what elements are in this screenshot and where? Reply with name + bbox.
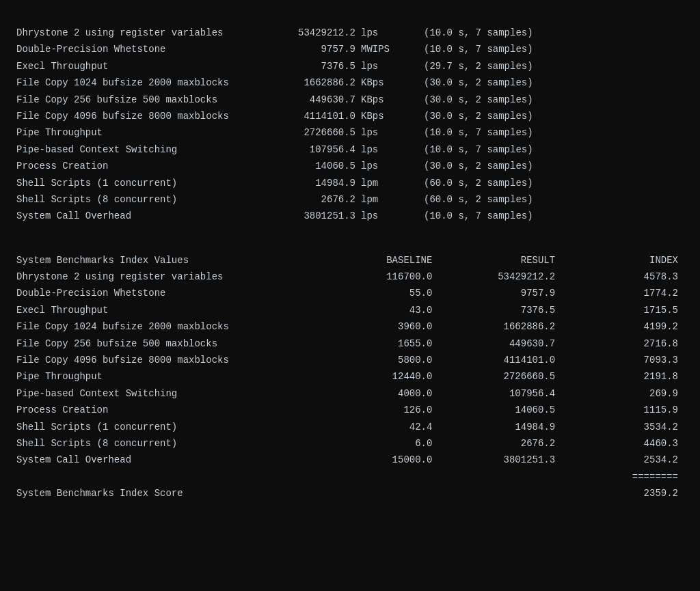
bench-unit: KBps	[358, 108, 413, 124]
bench-value: 9757.9	[249, 41, 358, 57]
section-spacer	[16, 238, 684, 252]
bench-label: File Copy 4096 bufsize 8000 maxblocks	[16, 108, 249, 124]
index-result: 7376.5	[438, 302, 561, 318]
bench-row: Process Creation 14060.5 lps (30.0 s, 2 …	[16, 158, 684, 174]
index-label: File Copy 1024 bufsize 2000 maxblocks	[16, 318, 315, 335]
index-index: 2716.8	[561, 335, 684, 352]
bench-unit: lps	[358, 141, 413, 158]
index-baseline: 43.0	[315, 302, 438, 318]
index-row: File Copy 4096 bufsize 8000 maxblocks 58…	[16, 352, 684, 368]
bench-label: Double-Precision Whetstone	[16, 41, 249, 57]
bench-row: Execl Throughput 7376.5 lps (29.7 s, 2 s…	[16, 58, 684, 74]
index-baseline: 42.4	[315, 419, 438, 435]
index-label: Shell Scripts (1 concurrent)	[16, 419, 315, 435]
index-baseline: 55.0	[315, 285, 438, 301]
bench-unit: lps	[358, 25, 413, 41]
index-row: Pipe Throughput 12440.0 2726660.5 2191.8	[16, 368, 684, 385]
index-row: Double-Precision Whetstone 55.0 9757.9 1…	[16, 285, 684, 301]
index-index: 2191.8	[561, 368, 684, 385]
bench-label: Execl Throughput	[16, 58, 249, 74]
score-row: System Benchmarks Index Score 2359.2	[16, 485, 684, 501]
bench-row: File Copy 1024 bufsize 2000 maxblocks 16…	[16, 74, 684, 91]
bench-row: Pipe Throughput 2726660.5 lps (10.0 s, 7…	[16, 124, 684, 141]
index-index: 4460.3	[561, 435, 684, 452]
index-header-index: INDEX	[561, 252, 684, 269]
index-index: 4578.3	[561, 269, 684, 285]
index-baseline: 4000.0	[315, 385, 438, 402]
index-row: File Copy 256 bufsize 500 maxblocks 1655…	[16, 335, 684, 352]
bench-value: 4114101.0	[249, 108, 358, 124]
divider-row: ========	[16, 469, 684, 485]
score-spacer	[315, 485, 438, 501]
bench-row: File Copy 4096 bufsize 8000 maxblocks 41…	[16, 108, 684, 124]
index-index: 3534.2	[561, 419, 684, 435]
score-value: 2359.2	[561, 485, 684, 501]
bench-value: 107956.4	[249, 141, 358, 158]
bench-label: Process Creation	[16, 158, 249, 174]
index-baseline: 1655.0	[315, 335, 438, 352]
index-result: 2726660.5	[438, 368, 561, 385]
index-header-row: System Benchmarks Index Values BASELINE …	[16, 252, 684, 269]
index-baseline: 6.0	[315, 435, 438, 452]
index-baseline: 12440.0	[315, 368, 438, 385]
bench-label: System Call Overhead	[16, 208, 249, 224]
main-content: Dhrystone 2 using register variables 534…	[16, 25, 684, 502]
index-baseline: 116700.0	[315, 269, 438, 285]
index-label: Process Creation	[16, 402, 315, 418]
bench-value: 2726660.5	[249, 124, 358, 141]
index-result: 1662886.2	[438, 318, 561, 335]
benchmark-results-table: Dhrystone 2 using register variables 534…	[16, 25, 684, 225]
bench-extra: (10.0 s, 7 samples)	[413, 25, 684, 41]
bench-label: Pipe-based Context Switching	[16, 141, 249, 158]
index-result: 449630.7	[438, 335, 561, 352]
index-result: 53429212.2	[438, 269, 561, 285]
index-row: Pipe-based Context Switching 4000.0 1079…	[16, 385, 684, 402]
index-row: System Call Overhead 15000.0 3801251.3 2…	[16, 452, 684, 468]
bench-label: Shell Scripts (8 concurrent)	[16, 191, 249, 208]
bench-extra: (10.0 s, 7 samples)	[413, 141, 684, 158]
index-index: 269.9	[561, 385, 684, 402]
index-label: Pipe Throughput	[16, 368, 315, 385]
index-result: 3801251.3	[438, 452, 561, 468]
divider-spacer3	[438, 469, 561, 485]
bench-unit: lps	[358, 124, 413, 141]
divider-spacer	[16, 469, 315, 485]
divider-marks: ========	[561, 469, 684, 485]
index-index: 1774.2	[561, 285, 684, 301]
bench-unit: lpm	[358, 175, 413, 191]
index-label: File Copy 256 bufsize 500 maxblocks	[16, 335, 315, 352]
index-index: 1115.9	[561, 402, 684, 418]
bench-unit: lpm	[358, 191, 413, 208]
bench-value: 53429212.2	[249, 25, 358, 41]
bench-unit: lps	[358, 208, 413, 224]
index-row: Dhrystone 2 using register variables 116…	[16, 269, 684, 285]
bench-value: 7376.5	[249, 58, 358, 74]
index-header-result: RESULT	[438, 252, 561, 269]
bench-value: 14984.9	[249, 175, 358, 191]
index-baseline: 3960.0	[315, 318, 438, 335]
bench-extra: (10.0 s, 7 samples)	[413, 124, 684, 141]
index-label: Dhrystone 2 using register variables	[16, 269, 315, 285]
score-spacer2	[438, 485, 561, 501]
index-result: 2676.2	[438, 435, 561, 452]
bench-value: 2676.2	[249, 191, 358, 208]
index-header-baseline: BASELINE	[315, 252, 438, 269]
index-label: System Call Overhead	[16, 452, 315, 468]
bench-row: System Call Overhead 3801251.3 lps (10.0…	[16, 208, 684, 224]
bench-extra: (29.7 s, 2 samples)	[413, 58, 684, 74]
index-label: Pipe-based Context Switching	[16, 385, 315, 402]
index-row: Shell Scripts (8 concurrent) 6.0 2676.2 …	[16, 435, 684, 452]
bench-unit: MWIPS	[358, 41, 413, 57]
bench-label: File Copy 1024 bufsize 2000 maxblocks	[16, 74, 249, 91]
bench-unit: lps	[358, 58, 413, 74]
bench-row: Dhrystone 2 using register variables 534…	[16, 25, 684, 41]
index-label: File Copy 4096 bufsize 8000 maxblocks	[16, 352, 315, 368]
score-label: System Benchmarks Index Score	[16, 485, 315, 501]
index-row: Execl Throughput 43.0 7376.5 1715.5	[16, 302, 684, 318]
bench-label: File Copy 256 bufsize 500 maxblocks	[16, 92, 249, 108]
bench-unit: KBps	[358, 92, 413, 108]
index-row: File Copy 1024 bufsize 2000 maxblocks 39…	[16, 318, 684, 335]
index-header-label: System Benchmarks Index Values	[16, 252, 315, 269]
bench-value: 3801251.3	[249, 208, 358, 224]
bench-extra: (30.0 s, 2 samples)	[413, 74, 684, 91]
